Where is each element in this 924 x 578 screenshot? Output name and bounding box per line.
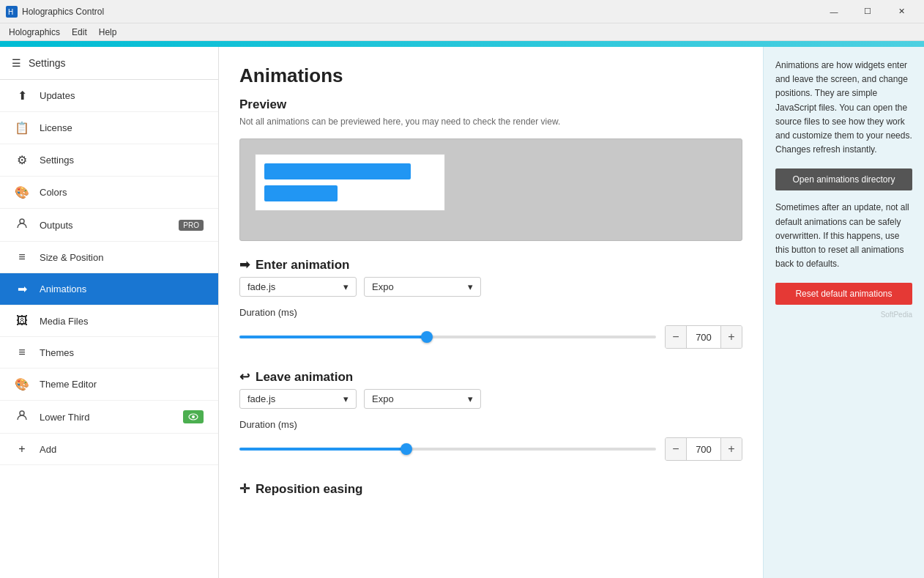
leave-animation-easing-dropdown[interactable]: Expo ▾ — [364, 389, 481, 409]
lower-third-icon — [15, 410, 29, 424]
enter-animation-file-dropdown[interactable]: fade.js ▾ — [239, 277, 357, 297]
menu-help[interactable]: Help — [93, 26, 123, 39]
dropdown-arrow-icon: ▾ — [343, 393, 349, 404]
right-panel: Animations are how widgets enter and lea… — [763, 47, 924, 578]
outputs-icon — [15, 218, 29, 232]
leave-animation-easing-value: Expo — [372, 393, 394, 404]
leave-duration-stepper: − 700 + — [665, 437, 742, 461]
menu-holographics[interactable]: Holographics — [3, 26, 66, 39]
sidebar-item-animations[interactable]: ➡ Animations — [0, 273, 218, 305]
enter-animation-label: Enter animation — [256, 258, 349, 273]
sidebar-header: ☰ Settings — [0, 47, 218, 80]
leave-duration-label: Duration (ms) — [239, 419, 742, 430]
settings-label: Settings — [29, 57, 66, 69]
leave-duration-slider[interactable] — [239, 442, 656, 456]
minimize-button[interactable]: — — [817, 0, 851, 23]
enter-duration-value: 700 — [686, 326, 721, 348]
reposition-section: ✛ Reposition easing — [239, 481, 742, 497]
pro-badge: PRO — [179, 220, 204, 231]
svg-text:H: H — [8, 8, 13, 16]
sidebar-item-label: Theme Editor — [40, 379, 97, 390]
accent-bar — [0, 41, 924, 47]
sidebar-item-label: Updates — [40, 90, 75, 101]
app-body: ☰ Settings ⬆ Updates 📋 License ⚙ Setting… — [0, 47, 924, 578]
sidebar-item-colors[interactable]: 🎨 Colors — [0, 177, 218, 209]
leave-slider-thumb[interactable] — [400, 443, 412, 455]
enter-duration-label: Duration (ms) — [239, 307, 742, 318]
sidebar-item-label: License — [40, 122, 72, 133]
leave-animation-file-dropdown[interactable]: fade.js ▾ — [239, 389, 357, 409]
preview-widget — [255, 154, 445, 211]
reposition-label: Reposition easing — [256, 482, 362, 497]
leave-animation-title: ↩ Leave animation — [239, 369, 742, 385]
leave-animation-icon: ↩ — [239, 369, 250, 385]
menubar: Holographics Edit Help — [0, 23, 924, 41]
sidebar-item-label: Lower Third — [40, 412, 89, 423]
help-text-1: Animations are how widgets enter and lea… — [775, 59, 912, 157]
updates-icon: ⬆ — [15, 89, 29, 103]
sidebar-item-label: Outputs — [40, 220, 73, 231]
preview-label: Preview — [239, 97, 286, 112]
sidebar-item-label: Animations — [40, 284, 86, 294]
colors-icon: 🎨 — [15, 185, 29, 199]
sidebar-item-themes[interactable]: ≡ Themes — [0, 337, 218, 368]
enter-slider-fill — [239, 336, 427, 338]
enter-slider-thumb[interactable] — [421, 331, 433, 343]
sidebar-item-lower-third[interactable]: Lower Third — [0, 401, 218, 434]
sidebar-item-label: Size & Position — [40, 252, 103, 263]
sidebar-item-theme-editor[interactable]: 🎨 Theme Editor — [0, 368, 218, 401]
leave-animation-dropdowns: fade.js ▾ Expo ▾ — [239, 389, 742, 409]
hamburger-icon: ☰ — [12, 57, 21, 69]
dropdown-arrow-icon: ▾ — [468, 393, 473, 404]
dropdown-arrow-icon: ▾ — [468, 281, 473, 292]
themes-icon: ≡ — [15, 346, 29, 359]
softpedia-watermark: SoftPedia — [775, 311, 912, 319]
leave-animation-file-value: fade.js — [247, 393, 275, 404]
sidebar-item-updates[interactable]: ⬆ Updates — [0, 80, 218, 112]
app-icon: H — [6, 6, 18, 18]
enter-duration-decrement[interactable]: − — [666, 326, 686, 348]
leave-duration-value: 700 — [686, 438, 721, 460]
sidebar-item-add[interactable]: + Add — [0, 434, 218, 465]
sidebar-item-label: Themes — [40, 347, 74, 358]
reposition-title: ✛ Reposition easing — [239, 481, 742, 497]
window-controls: — ☐ ✕ — [817, 0, 918, 23]
sidebar-item-outputs[interactable]: Outputs PRO — [0, 209, 218, 242]
enter-duration-stepper: − 700 + — [665, 325, 742, 349]
leave-duration-decrement[interactable]: − — [666, 438, 686, 460]
enter-duration-slider[interactable] — [239, 330, 656, 344]
leave-slider-fill — [239, 448, 406, 451]
settings-icon: ⚙ — [15, 153, 29, 167]
sidebar-item-media-files[interactable]: 🖼 Media Files — [0, 305, 218, 337]
leave-duration-row: − 700 + — [239, 437, 742, 461]
window-title: Holographics Control — [22, 7, 817, 17]
enter-animation-easing-dropdown[interactable]: Expo ▾ — [364, 277, 481, 297]
enter-animation-section: ➡ Enter animation fade.js ▾ Expo ▾ Durat… — [239, 257, 742, 349]
media-files-icon: 🖼 — [15, 314, 29, 327]
enter-duration-row: − 700 + — [239, 325, 742, 349]
close-button[interactable]: ✕ — [884, 0, 918, 23]
reposition-icon: ✛ — [239, 481, 250, 497]
sidebar-item-size-position[interactable]: ≡ Size & Position — [0, 242, 218, 273]
enter-animation-easing-value: Expo — [372, 281, 394, 292]
reset-default-animations-button[interactable]: Reset default animations — [775, 283, 912, 305]
sidebar-item-label: Add — [40, 444, 56, 455]
sidebar-item-label: Colors — [40, 187, 67, 198]
help-text-2: Sometimes after an update, not all defau… — [775, 201, 912, 271]
enter-slider-track — [239, 336, 656, 338]
sidebar-item-license[interactable]: 📋 License — [0, 112, 218, 144]
enter-animation-file-value: fade.js — [247, 281, 275, 292]
enter-duration-increment[interactable]: + — [721, 326, 742, 348]
maximize-button[interactable]: ☐ — [851, 0, 884, 23]
svg-point-3 — [20, 411, 24, 415]
preview-area — [239, 138, 742, 241]
open-animations-directory-button[interactable]: Open animations directory — [775, 168, 912, 190]
sidebar-item-label: Settings — [40, 155, 74, 166]
menu-edit[interactable]: Edit — [66, 26, 93, 39]
preview-section-title: Preview — [239, 97, 742, 112]
leave-duration-increment[interactable]: + — [721, 438, 742, 460]
leave-slider-track — [239, 448, 656, 451]
sidebar-item-settings[interactable]: ⚙ Settings — [0, 144, 218, 177]
titlebar: H Holographics Control — ☐ ✕ — [0, 0, 924, 23]
main-content: Animations Preview Not all animations ca… — [219, 47, 763, 578]
